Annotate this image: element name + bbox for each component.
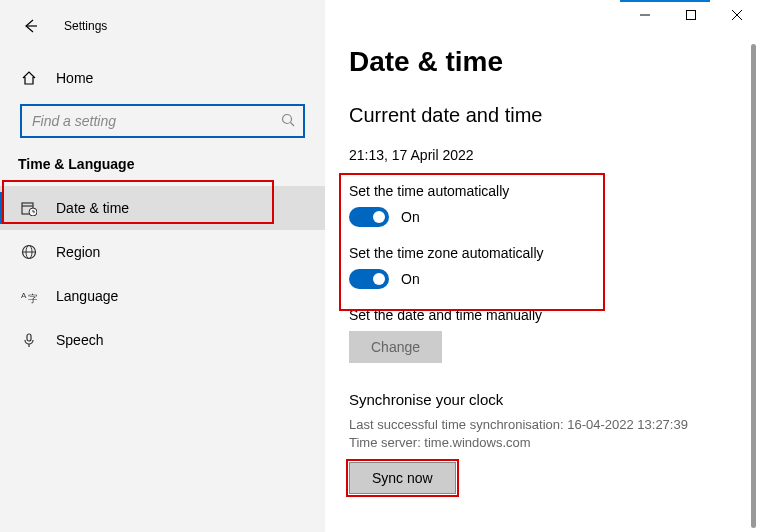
- search-box[interactable]: [20, 104, 305, 138]
- category-label: Time & Language: [0, 138, 325, 180]
- current-datetime: 21:13, 17 April 2022: [349, 147, 726, 163]
- sync-heading: Synchronise your clock: [349, 391, 726, 408]
- sync-server: Time server: time.windows.com: [349, 434, 726, 452]
- search-icon: [281, 113, 295, 130]
- language-icon: A字: [20, 287, 38, 305]
- nav-list: Date & time Region A字 Language Speech: [0, 180, 325, 362]
- home-icon: [20, 69, 38, 87]
- auto-tz-state: On: [401, 271, 420, 287]
- home-label: Home: [56, 70, 93, 86]
- svg-point-5: [283, 114, 292, 123]
- sidebar-item-date-time[interactable]: Date & time: [0, 186, 325, 230]
- manual-label: Set the date and time manually: [349, 307, 726, 323]
- sidebar-item-label: Language: [56, 288, 118, 304]
- change-button: Change: [349, 331, 442, 363]
- auto-time-toggle[interactable]: [349, 207, 389, 227]
- microphone-icon: [20, 331, 38, 349]
- sidebar-item-label: Region: [56, 244, 100, 260]
- sync-now-button[interactable]: Sync now: [349, 462, 456, 494]
- sidebar-item-speech[interactable]: Speech: [0, 318, 325, 362]
- page-title: Date & time: [349, 46, 726, 78]
- sidebar-item-label: Date & time: [56, 200, 129, 216]
- main-content: Date & time Current date and time 21:13,…: [325, 0, 760, 532]
- svg-text:A: A: [21, 291, 27, 300]
- globe-icon: [20, 243, 38, 261]
- sidebar-item-label: Speech: [56, 332, 103, 348]
- calendar-clock-icon: [20, 199, 38, 217]
- auto-tz-label: Set the time zone automatically: [349, 245, 726, 261]
- auto-tz-toggle[interactable]: [349, 269, 389, 289]
- auto-time-label: Set the time automatically: [349, 183, 726, 199]
- sidebar-item-language[interactable]: A字 Language: [0, 274, 325, 318]
- sidebar: Settings Home Time & Language Date &: [0, 0, 325, 532]
- scrollbar[interactable]: [751, 44, 756, 528]
- search-input[interactable]: [30, 112, 281, 130]
- svg-rect-17: [27, 334, 31, 341]
- svg-line-6: [291, 122, 295, 126]
- window-title: Settings: [64, 19, 107, 33]
- back-button[interactable]: [20, 16, 40, 36]
- svg-text:字: 字: [28, 293, 37, 304]
- sync-last: Last successful time synchronisation: 16…: [349, 416, 726, 434]
- auto-time-state: On: [401, 209, 420, 225]
- sidebar-item-region[interactable]: Region: [0, 230, 325, 274]
- page-subtitle: Current date and time: [349, 104, 726, 127]
- home-nav[interactable]: Home: [0, 58, 325, 98]
